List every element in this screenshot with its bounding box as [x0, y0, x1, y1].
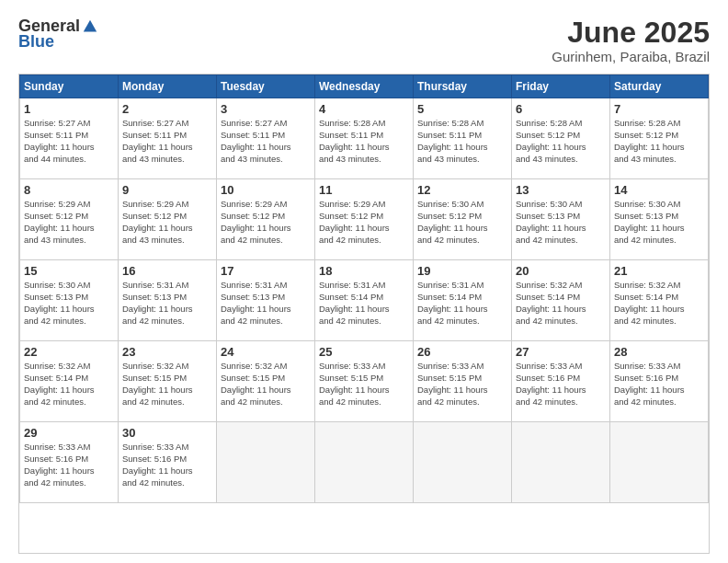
day-number: 22	[24, 345, 114, 359]
day-info: Sunrise: 5:33 AM Sunset: 5:15 PM Dayligh…	[319, 361, 409, 408]
day-number: 9	[122, 183, 212, 197]
day-info: Sunrise: 5:30 AM Sunset: 5:13 PM Dayligh…	[24, 280, 114, 327]
day-info: Sunrise: 5:30 AM Sunset: 5:13 PM Dayligh…	[614, 199, 704, 246]
page: General Blue June 2025 Gurinhem, Paraiba…	[0, 0, 728, 563]
table-row	[217, 422, 315, 503]
day-number: 7	[614, 102, 704, 116]
col-thursday: Thursday	[414, 75, 512, 98]
table-row: 3Sunrise: 5:27 AM Sunset: 5:11 PM Daylig…	[217, 98, 315, 179]
day-info: Sunrise: 5:31 AM Sunset: 5:13 PM Dayligh…	[221, 280, 311, 327]
table-row: 9Sunrise: 5:29 AM Sunset: 5:12 PM Daylig…	[119, 179, 217, 260]
day-info: Sunrise: 5:30 AM Sunset: 5:12 PM Dayligh…	[417, 199, 507, 246]
table-row: 15Sunrise: 5:30 AM Sunset: 5:13 PM Dayli…	[20, 260, 119, 341]
day-info: Sunrise: 5:31 AM Sunset: 5:13 PM Dayligh…	[122, 280, 212, 327]
logo-blue-text: Blue	[18, 32, 54, 52]
day-info: Sunrise: 5:27 AM Sunset: 5:11 PM Dayligh…	[122, 118, 212, 165]
day-info: Sunrise: 5:31 AM Sunset: 5:14 PM Dayligh…	[319, 280, 409, 327]
day-number: 23	[122, 345, 212, 359]
table-row: 20Sunrise: 5:32 AM Sunset: 5:14 PM Dayli…	[512, 260, 610, 341]
svg-marker-0	[84, 19, 97, 31]
calendar-week-2: 8Sunrise: 5:29 AM Sunset: 5:12 PM Daylig…	[20, 179, 709, 260]
table-row	[512, 422, 610, 503]
day-info: Sunrise: 5:33 AM Sunset: 5:16 PM Dayligh…	[24, 442, 114, 488]
calendar-week-3: 15Sunrise: 5:30 AM Sunset: 5:13 PM Dayli…	[20, 260, 709, 341]
day-number: 15	[24, 264, 114, 278]
day-info: Sunrise: 5:27 AM Sunset: 5:11 PM Dayligh…	[24, 118, 114, 165]
table-row: 6Sunrise: 5:28 AM Sunset: 5:12 PM Daylig…	[512, 98, 610, 179]
day-number: 14	[614, 183, 704, 197]
day-info: Sunrise: 5:30 AM Sunset: 5:13 PM Dayligh…	[516, 199, 606, 246]
table-row: 21Sunrise: 5:32 AM Sunset: 5:14 PM Dayli…	[610, 260, 709, 341]
day-info: Sunrise: 5:27 AM Sunset: 5:11 PM Dayligh…	[221, 118, 311, 165]
day-info: Sunrise: 5:33 AM Sunset: 5:15 PM Dayligh…	[417, 361, 507, 408]
calendar-week-1: 1Sunrise: 5:27 AM Sunset: 5:11 PM Daylig…	[20, 98, 709, 179]
day-info: Sunrise: 5:32 AM Sunset: 5:14 PM Dayligh…	[516, 280, 606, 327]
day-number: 6	[516, 102, 606, 116]
logo: General Blue	[18, 17, 98, 52]
col-saturday: Saturday	[610, 75, 709, 98]
day-info: Sunrise: 5:33 AM Sunset: 5:16 PM Dayligh…	[516, 361, 606, 408]
col-wednesday: Wednesday	[315, 75, 414, 98]
day-info: Sunrise: 5:28 AM Sunset: 5:12 PM Dayligh…	[614, 118, 704, 165]
day-number: 17	[221, 264, 311, 278]
day-number: 1	[24, 102, 114, 116]
calendar-header-row: Sunday Monday Tuesday Wednesday Thursday…	[20, 75, 709, 98]
day-number: 18	[319, 264, 409, 278]
table-row: 5Sunrise: 5:28 AM Sunset: 5:11 PM Daylig…	[414, 98, 512, 179]
table-row: 14Sunrise: 5:30 AM Sunset: 5:13 PM Dayli…	[610, 179, 709, 260]
table-row	[315, 422, 414, 503]
table-row: 8Sunrise: 5:29 AM Sunset: 5:12 PM Daylig…	[20, 179, 119, 260]
table-row: 26Sunrise: 5:33 AM Sunset: 5:15 PM Dayli…	[414, 341, 512, 422]
day-info: Sunrise: 5:32 AM Sunset: 5:15 PM Dayligh…	[221, 361, 311, 408]
calendar-week-4: 22Sunrise: 5:32 AM Sunset: 5:14 PM Dayli…	[20, 341, 709, 422]
col-sunday: Sunday	[20, 75, 119, 98]
day-info: Sunrise: 5:29 AM Sunset: 5:12 PM Dayligh…	[221, 199, 311, 246]
day-number: 20	[516, 264, 606, 278]
day-number: 11	[319, 183, 409, 197]
day-info: Sunrise: 5:32 AM Sunset: 5:14 PM Dayligh…	[24, 361, 114, 408]
table-row: 12Sunrise: 5:30 AM Sunset: 5:12 PM Dayli…	[414, 179, 512, 260]
table-row: 17Sunrise: 5:31 AM Sunset: 5:13 PM Dayli…	[217, 260, 315, 341]
day-number: 25	[319, 345, 409, 359]
calendar-week-5: 29Sunrise: 5:33 AM Sunset: 5:16 PM Dayli…	[20, 422, 709, 503]
table-row: 19Sunrise: 5:31 AM Sunset: 5:14 PM Dayli…	[414, 260, 512, 341]
day-info: Sunrise: 5:33 AM Sunset: 5:16 PM Dayligh…	[614, 361, 704, 408]
day-info: Sunrise: 5:33 AM Sunset: 5:16 PM Dayligh…	[122, 442, 212, 488]
day-info: Sunrise: 5:29 AM Sunset: 5:12 PM Dayligh…	[122, 199, 212, 246]
day-number: 3	[221, 102, 311, 116]
table-row: 28Sunrise: 5:33 AM Sunset: 5:16 PM Dayli…	[610, 341, 709, 422]
day-info: Sunrise: 5:29 AM Sunset: 5:12 PM Dayligh…	[319, 199, 409, 246]
logo-icon	[82, 18, 98, 35]
day-number: 19	[417, 264, 507, 278]
day-number: 2	[122, 102, 212, 116]
table-row: 29Sunrise: 5:33 AM Sunset: 5:16 PM Dayli…	[20, 422, 119, 503]
table-row: 23Sunrise: 5:32 AM Sunset: 5:15 PM Dayli…	[119, 341, 217, 422]
calendar-title: June 2025	[552, 17, 710, 49]
day-info: Sunrise: 5:32 AM Sunset: 5:14 PM Dayligh…	[614, 280, 704, 327]
calendar-subtitle: Gurinhem, Paraiba, Brazil	[552, 49, 710, 64]
table-row: 22Sunrise: 5:32 AM Sunset: 5:14 PM Dayli…	[20, 341, 119, 422]
day-number: 30	[122, 426, 212, 440]
table-row: 2Sunrise: 5:27 AM Sunset: 5:11 PM Daylig…	[119, 98, 217, 179]
day-number: 27	[516, 345, 606, 359]
day-number: 5	[417, 102, 507, 116]
table-row: 18Sunrise: 5:31 AM Sunset: 5:14 PM Dayli…	[315, 260, 414, 341]
col-tuesday: Tuesday	[217, 75, 315, 98]
day-number: 10	[221, 183, 311, 197]
table-row: 10Sunrise: 5:29 AM Sunset: 5:12 PM Dayli…	[217, 179, 315, 260]
table-row: 27Sunrise: 5:33 AM Sunset: 5:16 PM Dayli…	[512, 341, 610, 422]
day-number: 26	[417, 345, 507, 359]
day-number: 13	[516, 183, 606, 197]
table-row: 11Sunrise: 5:29 AM Sunset: 5:12 PM Dayli…	[315, 179, 414, 260]
table-row: 25Sunrise: 5:33 AM Sunset: 5:15 PM Dayli…	[315, 341, 414, 422]
col-friday: Friday	[512, 75, 610, 98]
title-block: June 2025 Gurinhem, Paraiba, Brazil	[552, 17, 710, 64]
day-info: Sunrise: 5:29 AM Sunset: 5:12 PM Dayligh…	[24, 199, 114, 246]
day-number: 21	[614, 264, 704, 278]
table-row: 1Sunrise: 5:27 AM Sunset: 5:11 PM Daylig…	[20, 98, 119, 179]
day-info: Sunrise: 5:28 AM Sunset: 5:12 PM Dayligh…	[516, 118, 606, 165]
day-info: Sunrise: 5:32 AM Sunset: 5:15 PM Dayligh…	[122, 361, 212, 408]
table-row: 30Sunrise: 5:33 AM Sunset: 5:16 PM Dayli…	[119, 422, 217, 503]
day-info: Sunrise: 5:28 AM Sunset: 5:11 PM Dayligh…	[319, 118, 409, 165]
day-info: Sunrise: 5:28 AM Sunset: 5:11 PM Dayligh…	[417, 118, 507, 165]
